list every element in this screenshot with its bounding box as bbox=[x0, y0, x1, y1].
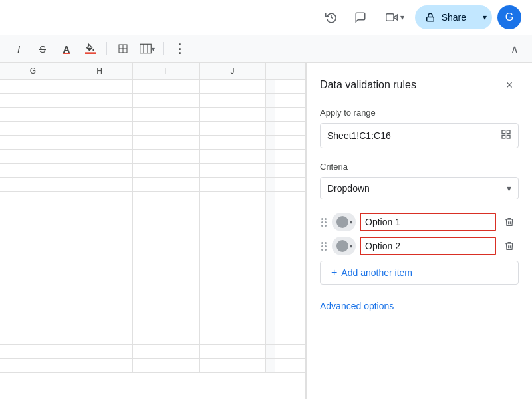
table-row[interactable] bbox=[0, 345, 305, 359]
cell[interactable] bbox=[0, 359, 66, 372]
cell[interactable] bbox=[66, 233, 133, 247]
cell[interactable] bbox=[133, 122, 200, 135]
cell[interactable] bbox=[0, 164, 66, 177]
cell[interactable] bbox=[133, 289, 200, 303]
cell[interactable] bbox=[0, 317, 66, 331]
cell[interactable] bbox=[66, 136, 133, 149]
merge-button[interactable]: ▾ bbox=[136, 38, 158, 59]
cell[interactable] bbox=[0, 150, 66, 163]
fill-color-button[interactable] bbox=[80, 38, 101, 59]
table-row[interactable] bbox=[0, 247, 305, 261]
text-color-button[interactable]: A bbox=[56, 38, 77, 59]
criteria-select[interactable]: Dropdown Dropdown (from a range) Checkbo… bbox=[327, 183, 507, 194]
comment-icon[interactable] bbox=[348, 5, 372, 29]
cell[interactable] bbox=[133, 233, 200, 247]
borders-button[interactable] bbox=[112, 38, 134, 59]
meet-button[interactable]: ▾ bbox=[378, 5, 410, 29]
cell[interactable] bbox=[133, 247, 200, 261]
cell[interactable] bbox=[66, 289, 133, 303]
table-row[interactable] bbox=[0, 331, 305, 345]
cell[interactable] bbox=[0, 94, 66, 107]
cell[interactable] bbox=[66, 275, 133, 289]
cell[interactable] bbox=[200, 345, 266, 358]
table-row[interactable] bbox=[0, 359, 305, 373]
advanced-options-button[interactable]: Advanced options bbox=[320, 295, 519, 317]
cell[interactable] bbox=[133, 317, 200, 331]
table-row[interactable] bbox=[0, 122, 305, 136]
cell[interactable] bbox=[200, 261, 266, 275]
table-row[interactable] bbox=[0, 261, 305, 275]
cell[interactable] bbox=[200, 303, 266, 317]
cell[interactable] bbox=[66, 150, 133, 163]
cell[interactable] bbox=[200, 122, 266, 135]
option-2-delete-button[interactable] bbox=[500, 237, 519, 255]
cell[interactable] bbox=[200, 192, 266, 205]
cell[interactable] bbox=[133, 150, 200, 163]
table-row[interactable] bbox=[0, 136, 305, 150]
option-2-color-button[interactable]: ▾ bbox=[332, 237, 356, 255]
table-row[interactable] bbox=[0, 164, 305, 178]
cell[interactable] bbox=[200, 108, 266, 121]
criteria-select-container[interactable]: Dropdown Dropdown (from a range) Checkbo… bbox=[320, 177, 519, 200]
option-1-input[interactable] bbox=[360, 213, 496, 231]
option-1-delete-button[interactable] bbox=[500, 213, 519, 231]
cell[interactable] bbox=[66, 303, 133, 317]
cell[interactable] bbox=[133, 94, 200, 107]
table-row[interactable] bbox=[0, 80, 305, 94]
close-panel-button[interactable]: × bbox=[500, 76, 519, 94]
cell[interactable] bbox=[200, 205, 266, 219]
cell[interactable] bbox=[0, 178, 66, 191]
cell[interactable] bbox=[0, 247, 66, 261]
cell[interactable] bbox=[133, 275, 200, 289]
cell[interactable] bbox=[200, 289, 266, 303]
share-main-button[interactable]: Share bbox=[415, 5, 477, 29]
cell[interactable] bbox=[66, 108, 133, 121]
add-another-item-button[interactable]: + Add another item bbox=[320, 261, 519, 285]
cell[interactable] bbox=[66, 331, 133, 344]
option-1-drag-handle[interactable] bbox=[320, 217, 328, 228]
cell[interactable] bbox=[133, 178, 200, 191]
table-row[interactable] bbox=[0, 303, 305, 317]
cell[interactable] bbox=[0, 80, 66, 93]
cell[interactable] bbox=[200, 150, 266, 163]
cell[interactable] bbox=[200, 233, 266, 247]
strikethrough-button[interactable]: S bbox=[32, 38, 53, 59]
cell[interactable] bbox=[66, 192, 133, 205]
cell[interactable] bbox=[133, 219, 200, 233]
cell[interactable] bbox=[133, 108, 200, 121]
cell[interactable] bbox=[66, 94, 133, 107]
cell[interactable] bbox=[0, 219, 66, 233]
cell[interactable] bbox=[133, 192, 200, 205]
cell[interactable] bbox=[66, 261, 133, 275]
cell[interactable] bbox=[133, 164, 200, 177]
cell[interactable] bbox=[200, 331, 266, 344]
toolbar-expand-button[interactable]: ∧ bbox=[505, 39, 524, 58]
cell[interactable] bbox=[0, 108, 66, 121]
cell[interactable] bbox=[0, 331, 66, 344]
cell[interactable] bbox=[133, 80, 200, 93]
cell[interactable] bbox=[0, 233, 66, 247]
cell[interactable] bbox=[133, 359, 200, 372]
cell[interactable] bbox=[133, 303, 200, 317]
table-row[interactable] bbox=[0, 317, 305, 331]
cell[interactable] bbox=[0, 289, 66, 303]
table-row[interactable] bbox=[0, 150, 305, 164]
option-2-drag-handle[interactable] bbox=[320, 241, 328, 252]
italic-button[interactable]: I bbox=[8, 38, 29, 59]
table-row[interactable] bbox=[0, 219, 305, 233]
cell[interactable] bbox=[0, 261, 66, 275]
table-row[interactable] bbox=[0, 108, 305, 122]
cell[interactable] bbox=[66, 345, 133, 358]
option-2-input[interactable] bbox=[360, 237, 496, 255]
avatar[interactable]: G bbox=[497, 5, 521, 29]
table-row[interactable] bbox=[0, 192, 305, 205]
share-arrow-button[interactable]: ▾ bbox=[477, 5, 492, 29]
cell[interactable] bbox=[0, 122, 66, 135]
cell[interactable] bbox=[133, 261, 200, 275]
cell[interactable] bbox=[200, 359, 266, 372]
table-row[interactable] bbox=[0, 275, 305, 289]
option-1-color-button[interactable]: ▾ bbox=[332, 213, 356, 231]
grid-select-icon[interactable] bbox=[501, 129, 511, 142]
cell[interactable] bbox=[66, 219, 133, 233]
table-row[interactable] bbox=[0, 178, 305, 192]
